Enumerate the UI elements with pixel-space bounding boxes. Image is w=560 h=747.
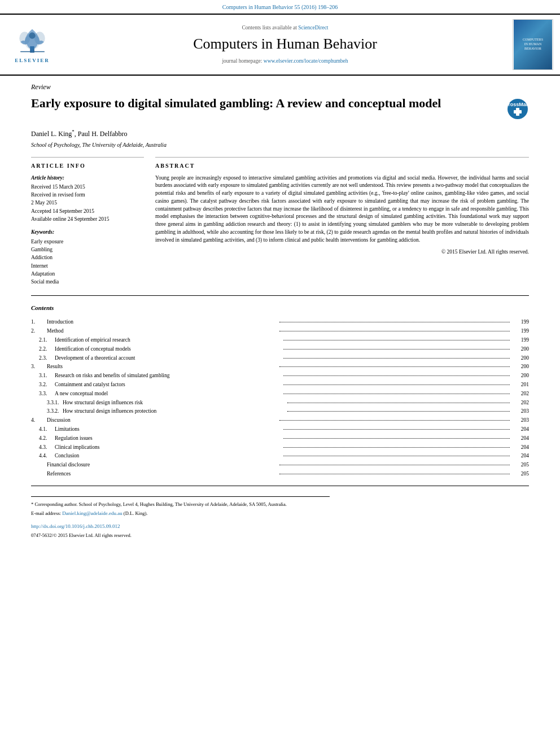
toc-dots xyxy=(279,469,510,474)
toc-title: Method xyxy=(47,327,277,335)
toc-dots xyxy=(279,326,510,332)
email-link[interactable]: Daniel.king@adelaide.edu.au xyxy=(62,510,123,516)
toc-dots xyxy=(283,451,510,457)
toc-num: 1. xyxy=(31,318,47,326)
toc-page: 200 xyxy=(512,355,529,362)
toc-num: 4.1. xyxy=(31,426,55,433)
page-wrapper: Computers in Human Behavior 55 (2016) 19… xyxy=(0,0,560,747)
toc-dots xyxy=(279,362,510,368)
elsevier-brand-text: ELSEVIER xyxy=(15,57,50,64)
toc-num: 4. xyxy=(31,417,47,424)
sciencedirect-line: Contents lists available at ScienceDirec… xyxy=(242,24,328,32)
email-label: E-mail address: xyxy=(31,510,61,516)
copyright-text: © 2015 Elsevier Ltd. All rights reserved… xyxy=(155,248,529,256)
toc-row: Financial disclosure 205 xyxy=(31,461,529,469)
toc-page: 199 xyxy=(512,318,529,326)
article-info-header: ARTICLE INFO xyxy=(31,162,144,170)
journal-center: Contents lists available at ScienceDirec… xyxy=(63,19,507,70)
toc-row: 3.2. Containment and catalyst factors 20… xyxy=(31,381,529,388)
cover-placeholder: COMPUTERSIN HUMANBEHAVIOR xyxy=(514,20,552,69)
toc-num: 2.3. xyxy=(31,355,55,362)
toc-num: 3. xyxy=(31,363,47,370)
toc-dots xyxy=(279,460,510,466)
author2-name: , Paul H. Delfabbro xyxy=(75,130,128,138)
toc-row: 4. Discussion 203 xyxy=(31,417,529,425)
toc-num: 3.3. xyxy=(31,390,55,397)
keyword-3: Addiction xyxy=(31,254,144,261)
toc-page: 204 xyxy=(512,435,529,442)
toc-title: Discussion xyxy=(47,417,277,424)
keyword-2: Gambling xyxy=(31,246,144,254)
svg-rect-9 xyxy=(514,110,522,113)
toc-dots xyxy=(283,442,510,448)
toc-title: Conclusion xyxy=(55,452,281,460)
doi-link[interactable]: http://dx.doi.org/10.1016/j.chb.2015.09.… xyxy=(31,523,120,529)
toc-row: 3.3.1. How structural design influences … xyxy=(31,399,529,407)
toc-page: 200 xyxy=(512,346,529,353)
toc-row: 4.4. Conclusion 204 xyxy=(31,452,529,460)
toc-row: 1. Introduction 199 xyxy=(31,318,529,326)
toc-title: Identification of conceptual models xyxy=(55,346,281,353)
footnote-content: * Corresponding author. School of Psycho… xyxy=(31,501,287,507)
toc-num: 3.2. xyxy=(31,381,55,388)
homepage-url[interactable]: www.elsevier.com/locate/comphumbeh xyxy=(264,58,348,64)
toc-title: Regulation issues xyxy=(55,435,281,442)
toc-title: Limitations xyxy=(55,426,281,433)
crossmark-badge[interactable]: CrossMark xyxy=(506,98,529,120)
article-info-col: ARTICLE INFO Article history: Received 1… xyxy=(31,157,144,287)
footnote-divider xyxy=(31,496,330,497)
available-date: Available online 24 September 2015 xyxy=(31,216,144,223)
keyword-6: Social media xyxy=(31,278,144,286)
toc-title: Development of a theoretical account xyxy=(55,355,281,362)
toc-num: 3.3.2. xyxy=(31,408,63,415)
toc-title: Identification of empirical research xyxy=(55,337,281,344)
toc-page: 203 xyxy=(512,417,529,424)
keyword-4: Internet xyxy=(31,263,144,270)
toc-num: 2.2. xyxy=(31,346,55,353)
email-footnote: E-mail address: Daniel.king@adelaide.edu… xyxy=(31,510,529,517)
keyword-5: Adaptation xyxy=(31,270,144,278)
cover-text: COMPUTERSIN HUMANBEHAVIOR xyxy=(523,38,543,51)
abstract-text: Young people are increasingly exposed to… xyxy=(155,174,529,244)
toc-num: 3.3.1. xyxy=(31,399,63,407)
toc-dots xyxy=(283,335,510,340)
toc-title: How structural design influences protect… xyxy=(63,408,285,415)
toc-page: 204 xyxy=(512,452,529,460)
toc-container: 1. Introduction 199 2. Method 199 2.1. I… xyxy=(31,318,529,478)
toc-title: Clinical implications xyxy=(55,444,281,451)
toc-dots xyxy=(283,344,510,350)
toc-row: 2.2. Identification of conceptual models… xyxy=(31,345,529,353)
footnote-text: * Corresponding author. School of Psycho… xyxy=(31,501,529,508)
section-label: Review xyxy=(31,82,529,92)
footer-divider-top xyxy=(31,486,529,486)
toc-title: References xyxy=(47,470,277,478)
toc-page: 200 xyxy=(512,363,529,370)
email-suffix: (D.L. King). xyxy=(124,510,148,516)
svg-text:CrossMark: CrossMark xyxy=(506,102,529,107)
toc-page: 205 xyxy=(512,470,529,478)
section-divider xyxy=(31,295,529,296)
homepage-line: journal homepage: www.elsevier.com/locat… xyxy=(222,58,348,65)
toc-dots xyxy=(283,379,510,385)
journal-ref-text: Computers in Human Behavior 55 (2016) 19… xyxy=(222,4,338,10)
toc-row: 4.3. Clinical implications 204 xyxy=(31,443,529,451)
abstract-header: ABSTRACT xyxy=(155,162,529,170)
toc-title: Research on risks and benefits of simula… xyxy=(55,372,281,379)
toc-title: Containment and catalyst factors xyxy=(55,381,281,388)
homepage-label: journal homepage: xyxy=(222,58,262,64)
toc-title: Financial disclosure xyxy=(47,461,277,469)
toc-title: How structural design influences risk xyxy=(63,399,285,407)
keywords-label: Keywords: xyxy=(31,229,144,236)
toc-num: 2. xyxy=(31,327,47,335)
contents-section: Contents 1. Introduction 199 2. Method 1… xyxy=(31,304,529,478)
toc-page: 200 xyxy=(512,372,529,379)
toc-row: 4.1. Limitations 204 xyxy=(31,425,529,433)
toc-row: References 205 xyxy=(31,470,529,478)
toc-dots xyxy=(287,407,510,412)
elsevier-tree-icon xyxy=(14,25,51,56)
article-history-label: Article history: xyxy=(31,174,144,182)
received-date: Received 15 March 2015 xyxy=(31,184,144,191)
sciencedirect-link[interactable]: ScienceDirect xyxy=(298,25,328,30)
affiliation-text: School of Psychology, The University of … xyxy=(31,141,529,149)
toc-dots xyxy=(283,388,510,394)
